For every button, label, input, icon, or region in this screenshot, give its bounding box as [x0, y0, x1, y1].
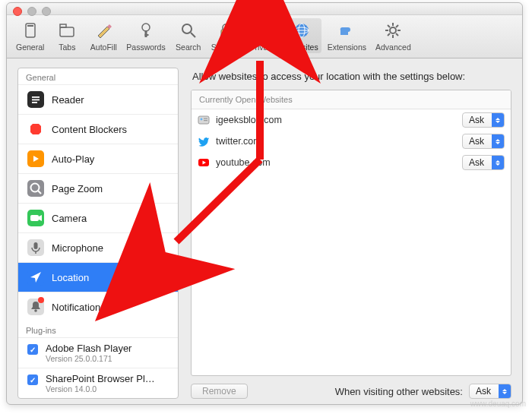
default-permission-dropdown[interactable]: Ask — [469, 384, 511, 399]
sidebar: General ReaderContent BlockersAuto-PlayP… — [17, 68, 179, 399]
chevron-updown-icon — [492, 113, 504, 127]
dropdown-label: Ask — [463, 136, 492, 147]
toolbar-extensions[interactable]: Extensions — [325, 18, 369, 53]
svg-rect-2 — [60, 27, 74, 36]
sidebar-item-reader[interactable]: Reader — [18, 85, 178, 115]
titlebar: Websites — [7, 3, 522, 15]
privacy-icon — [252, 20, 274, 41]
svg-rect-9 — [221, 30, 230, 36]
toolbar-passwords[interactable]: Passwords — [123, 18, 168, 53]
plugin-checkbox[interactable] — [27, 374, 38, 385]
search-icon — [178, 20, 199, 41]
minimize-button[interactable] — [27, 7, 36, 16]
list-header: Currently Open Websites — [192, 90, 511, 109]
toolbar-tabs[interactable]: Tabs — [50, 18, 84, 53]
toolbar-autofill[interactable]: AutoFill — [87, 18, 120, 53]
svg-rect-25 — [32, 96, 40, 98]
toolbar-websites[interactable]: Websites — [283, 18, 321, 53]
sidebar-header-plugins: Plug-ins — [18, 321, 178, 338]
website-row[interactable]: twitter.comAsk — [192, 131, 511, 152]
chevron-updown-icon — [499, 384, 511, 398]
toolbar-label: Security — [211, 43, 240, 52]
maximize-button[interactable] — [42, 7, 51, 16]
main-panel: Allow websites to access your location w… — [191, 68, 511, 399]
window-title: Websites — [244, 3, 284, 14]
sidebar-item-blocker[interactable]: Content Blockers — [18, 115, 178, 144]
sidebar-item-bell[interactable]: Notifications — [18, 292, 178, 321]
site-permission-dropdown[interactable]: Ask — [462, 134, 505, 149]
preferences-window: Websites GeneralTabsAutoFillPasswordsSea… — [6, 2, 523, 405]
chevron-updown-icon — [492, 156, 504, 169]
general-icon — [20, 20, 41, 41]
svg-rect-1 — [27, 25, 33, 27]
plugin-checkbox[interactable] — [27, 344, 38, 355]
dropdown-label: Ask — [470, 386, 499, 397]
sidebar-item-label: Reader — [52, 94, 84, 106]
tabs-icon — [56, 20, 78, 41]
svg-rect-30 — [27, 180, 44, 197]
sidebar-item-zoom[interactable]: Page Zoom — [18, 174, 178, 204]
plugin-item[interactable]: Adobe Flash PlayerVersion 25.0.0.171 — [18, 338, 178, 368]
toolbar-label: AutoFill — [90, 43, 117, 52]
sidebar-item-label: Camera — [52, 213, 87, 224]
footer-label: When visiting other websites: — [335, 386, 463, 397]
reader-icon — [27, 91, 44, 108]
toolbar-label: Extensions — [328, 43, 366, 52]
remove-button[interactable]: Remove — [191, 384, 248, 399]
footer-row: Remove When visiting other websites: Ask — [191, 376, 511, 399]
toolbar-general[interactable]: General — [13, 18, 47, 53]
svg-line-22 — [388, 33, 390, 36]
toolbar-label: Tabs — [59, 43, 75, 52]
site-permission-dropdown[interactable]: Ask — [462, 112, 505, 128]
website-row[interactable]: youtube.comAsk — [192, 152, 511, 173]
svg-rect-44 — [204, 120, 207, 121]
site-name: igeeksblog.com — [216, 115, 456, 125]
plugin-item[interactable]: SharePoint Browser Pl…Version 14.0.0 — [18, 368, 178, 398]
plugin-version: Version 14.0.0 — [46, 384, 155, 393]
zoom-icon — [27, 180, 44, 197]
svg-point-42 — [201, 119, 203, 121]
svg-rect-36 — [34, 242, 38, 249]
toolbar-label: Search — [176, 43, 201, 52]
site-permission-dropdown[interactable]: Ask — [462, 155, 505, 170]
advanced-icon — [382, 20, 404, 41]
sidebar-header-general: General — [18, 68, 178, 85]
svg-line-21 — [396, 33, 398, 36]
toolbar: GeneralTabsAutoFillPasswordsSearchSecuri… — [7, 15, 522, 58]
site-name: youtube.com — [216, 157, 456, 168]
toolbar-label: Passwords — [126, 43, 165, 52]
autofill-icon — [93, 20, 114, 41]
notification-dot — [38, 297, 44, 303]
svg-rect-43 — [204, 119, 207, 119]
sidebar-item-camera[interactable]: Camera — [18, 204, 178, 233]
location-icon — [27, 269, 44, 286]
sidebar-item-label: Notifications — [52, 302, 106, 313]
sidebar-item-location[interactable]: Location — [18, 263, 178, 292]
plugin-label: SharePoint Browser Pl… — [46, 373, 155, 384]
security-icon — [215, 20, 236, 41]
website-row[interactable]: igeeksblog.comAsk — [192, 109, 511, 131]
dropdown-label: Ask — [463, 157, 492, 168]
sidebar-item-label: Location — [52, 272, 89, 283]
toolbar-privacy[interactable]: Privacy — [246, 18, 280, 53]
toolbar-security[interactable]: Security — [208, 18, 243, 53]
sidebar-item-label: Auto-Play — [52, 153, 94, 165]
close-button[interactable] — [13, 7, 22, 16]
svg-rect-34 — [30, 215, 39, 221]
plugin-label: Adobe Flash Player — [46, 343, 131, 354]
chevron-updown-icon — [492, 134, 504, 148]
svg-line-8 — [191, 33, 195, 37]
websites-icon — [291, 20, 312, 41]
toolbar-label: Advanced — [375, 43, 411, 52]
toolbar-label: General — [16, 43, 44, 52]
svg-rect-27 — [32, 102, 37, 103]
sidebar-item-mic[interactable]: Microphone — [18, 233, 178, 263]
main-description: Allow websites to access your location w… — [191, 68, 511, 90]
toolbar-label: Websites — [286, 43, 318, 52]
toolbar-search[interactable]: Search — [172, 18, 205, 53]
toolbar-advanced[interactable]: Advanced — [372, 18, 414, 53]
svg-line-23 — [396, 25, 398, 27]
sidebar-item-autoplay[interactable]: Auto-Play — [18, 144, 178, 174]
svg-point-4 — [142, 24, 150, 31]
svg-rect-5 — [145, 30, 147, 37]
